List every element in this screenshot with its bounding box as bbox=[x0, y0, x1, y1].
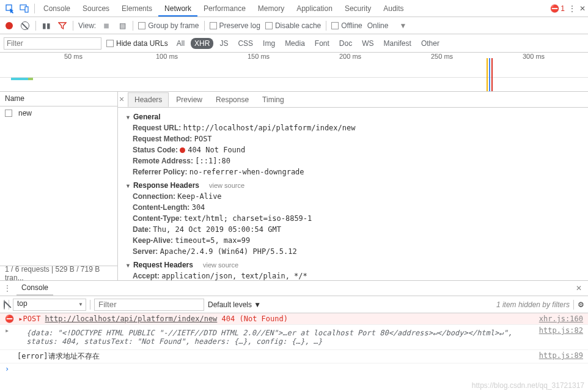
tab-memory[interactable]: Memory bbox=[252, 1, 290, 17]
kebab-menu-icon[interactable]: ⋮ bbox=[568, 4, 576, 13]
header-row: Referrer Policy: no-referrer-when-downgr… bbox=[133, 166, 581, 177]
preserve-log-checkbox[interactable]: Preserve log bbox=[210, 21, 260, 30]
header-row: Date: Thu, 24 Oct 2019 05:00:54 GMT bbox=[133, 224, 581, 235]
error-count-badge[interactable]: ⛔ 1 bbox=[550, 4, 565, 13]
timeline-tick: 300 ms bbox=[523, 53, 545, 60]
header-row: Keep-Alive: timeout=5, max=99 bbox=[133, 235, 581, 246]
large-rows-icon[interactable]: ≣ bbox=[101, 20, 112, 31]
filter-input[interactable] bbox=[4, 37, 101, 50]
view-source-link[interactable]: view source bbox=[209, 182, 244, 189]
error-url[interactable]: http://localhost/api/platform/index/new bbox=[45, 315, 218, 323]
console-drawer-header: ⋮ Console ✕ bbox=[0, 280, 588, 296]
film-icon[interactable]: ▮▮ bbox=[41, 20, 52, 31]
offline-checkbox[interactable]: Offline bbox=[331, 21, 362, 30]
filter-type-manifest[interactable]: Manifest bbox=[380, 38, 415, 49]
clear-button[interactable] bbox=[20, 20, 31, 31]
console-error-line[interactable]: ⛔ ▸POST http://localhost/api/platform/in… bbox=[0, 313, 588, 325]
console-messages: ⛔ ▸POST http://localhost/api/platform/in… bbox=[0, 313, 588, 374]
svg-rect-2 bbox=[25, 7, 28, 12]
header-row: Accept: application/json, text/plain, */… bbox=[133, 270, 581, 280]
tab-audits[interactable]: Audits bbox=[377, 1, 410, 17]
filter-type-font[interactable]: Font bbox=[311, 38, 333, 49]
detail-tab-preview[interactable]: Preview bbox=[170, 93, 208, 106]
close-drawer-icon[interactable]: ✕ bbox=[573, 284, 584, 292]
console-settings-icon[interactable]: ⚙ bbox=[578, 300, 584, 309]
timeline-tick: 150 ms bbox=[248, 53, 270, 60]
filter-type-ws[interactable]: WS bbox=[358, 38, 377, 49]
drawer-menu-icon[interactable]: ⋮ bbox=[4, 284, 12, 292]
request-list: Name new 1 / 6 requests | 529 B / 719 B … bbox=[0, 92, 118, 280]
request-row[interactable]: new bbox=[0, 106, 117, 120]
header-row: Content-Length: 304 bbox=[133, 202, 581, 213]
record-button[interactable] bbox=[4, 20, 15, 31]
dropdown-icon[interactable]: ▼ bbox=[399, 21, 406, 30]
disable-cache-checkbox[interactable]: Disable cache bbox=[265, 21, 321, 30]
watermark: https://blog.csdn.net/qq_31721317 bbox=[472, 381, 584, 390]
request-detail: × HeadersPreviewResponseTiming General R… bbox=[118, 92, 588, 280]
device-toggle-icon[interactable] bbox=[17, 1, 32, 16]
tab-security[interactable]: Security bbox=[339, 1, 377, 17]
hide-data-urls-checkbox[interactable]: Hide data URLs bbox=[106, 39, 168, 48]
devtools-tab-bar: ConsoleSourcesElementsNetworkPerformance… bbox=[0, 0, 588, 17]
filter-type-css[interactable]: CSS bbox=[234, 38, 257, 49]
context-selector[interactable]: top bbox=[13, 299, 86, 311]
filter-type-other[interactable]: Other bbox=[417, 38, 443, 49]
timeline-tick: 100 ms bbox=[156, 53, 178, 60]
detail-tab-response[interactable]: Response bbox=[210, 93, 255, 106]
log-level-selector[interactable]: Default levels ▼ bbox=[208, 300, 261, 309]
tab-console[interactable]: Console bbox=[37, 1, 76, 17]
header-row: Status Code: 404 Not Found bbox=[133, 144, 581, 155]
filter-type-media[interactable]: Media bbox=[281, 38, 309, 49]
filter-type-xhr[interactable]: XHR bbox=[191, 38, 213, 49]
detail-tab-timing[interactable]: Timing bbox=[256, 93, 290, 106]
main-panel: Name new 1 / 6 requests | 529 B / 719 B … bbox=[0, 92, 588, 280]
group-by-frame-checkbox[interactable]: Group by frame bbox=[138, 21, 199, 30]
filter-type-all[interactable]: All bbox=[173, 38, 188, 49]
console-filter-input[interactable] bbox=[94, 299, 204, 311]
filter-type-doc[interactable]: Doc bbox=[336, 38, 356, 49]
header-row: Request Method: POST bbox=[133, 133, 581, 144]
console-log-line[interactable]: [error]请求地址不存在 http.js:89 bbox=[0, 350, 588, 363]
clear-console-icon[interactable] bbox=[4, 300, 5, 309]
view-source-link[interactable]: view source bbox=[203, 261, 238, 269]
console-prompt[interactable]: › bbox=[0, 363, 588, 374]
source-link[interactable]: http.js:82 bbox=[539, 326, 583, 335]
hidden-items-label: 1 item hidden by filters bbox=[496, 300, 570, 309]
waterfall-icon[interactable]: ▤ bbox=[117, 20, 128, 31]
source-link[interactable]: xhr.js:160 bbox=[539, 315, 583, 323]
detail-tab-headers[interactable]: Headers bbox=[128, 92, 169, 107]
console-tab[interactable]: Console bbox=[17, 281, 53, 296]
throttle-select[interactable]: Online bbox=[367, 21, 389, 30]
timeline-tick: 200 ms bbox=[339, 53, 361, 60]
detail-tabs: HeadersPreviewResponseTiming bbox=[118, 92, 588, 108]
tab-sources[interactable]: Sources bbox=[76, 1, 116, 17]
tab-performance[interactable]: Performance bbox=[197, 1, 252, 17]
console-toolbar: top Default levels ▼ 1 item hidden by fi… bbox=[0, 296, 588, 313]
timeline-tick: 50 ms bbox=[64, 53, 83, 60]
header-row: Server: Apache/2.4.9 (Win64) PHP/5.5.12 bbox=[133, 246, 581, 257]
header-row: Connection: Keep-Alive bbox=[133, 191, 581, 202]
headers-panel: General Request URL: http://localhost/ap… bbox=[118, 108, 588, 280]
header-row: Content-Type: text/html; charset=iso-885… bbox=[133, 213, 581, 224]
inspect-icon[interactable] bbox=[2, 1, 17, 16]
tab-application[interactable]: Application bbox=[290, 1, 339, 17]
header-row: Remote Address: [::1]:80 bbox=[133, 155, 581, 166]
console-object-line[interactable]: ▸ {data: "<!DOCTYPE HTML PUBLIC "-//IETF… bbox=[0, 325, 588, 350]
request-headers-title[interactable]: Request Headersview source bbox=[125, 259, 581, 270]
response-headers-title[interactable]: Response Headersview source bbox=[125, 180, 581, 191]
overview-timeline[interactable]: 50 ms100 ms150 ms200 ms250 ms300 ms bbox=[0, 53, 588, 92]
close-devtools-icon[interactable]: ✕ bbox=[579, 4, 586, 13]
close-detail-icon[interactable]: × bbox=[117, 94, 127, 104]
filter-type-img[interactable]: Img bbox=[259, 38, 279, 49]
resource-type-filter: AllXHRJSCSSImgMediaFontDocWSManifestOthe… bbox=[173, 38, 443, 49]
header-row: Request URL: http://localhost/api/platfo… bbox=[133, 122, 581, 133]
filter-toggle-icon[interactable] bbox=[57, 20, 68, 31]
filter-type-js[interactable]: JS bbox=[216, 38, 232, 49]
view-label: View: bbox=[78, 21, 96, 30]
source-link[interactable]: http.js:89 bbox=[539, 351, 583, 362]
name-column-header[interactable]: Name bbox=[0, 92, 117, 106]
tab-elements[interactable]: Elements bbox=[116, 1, 158, 17]
general-section-title[interactable]: General bbox=[125, 111, 581, 122]
row-indicator-icon bbox=[5, 110, 12, 117]
tab-network[interactable]: Network bbox=[158, 1, 197, 17]
